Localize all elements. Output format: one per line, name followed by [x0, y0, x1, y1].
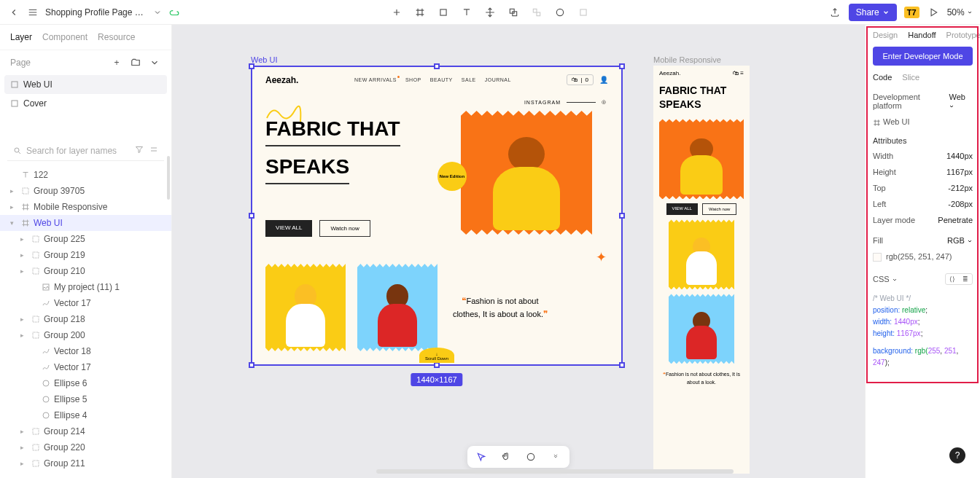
settings-icon[interactable] [149, 145, 158, 156]
page-web-ui[interactable]: Web UI [4, 75, 167, 94]
more-icon[interactable] [549, 450, 562, 463]
tab-prototype[interactable]: Prototype [946, 31, 980, 39]
svg-rect-13 [33, 268, 39, 274]
platform-label: Development platform [873, 93, 949, 110]
canvas-scrollbar[interactable] [376, 469, 734, 474]
frame-icon[interactable] [413, 6, 427, 19]
layer-search[interactable]: Search for layer names [7, 141, 164, 161]
code-token: 251 [944, 347, 957, 355]
artboard-web[interactable]: 1440×1167 Aeezah. NEW ARRIVALSSHOPBEAUTY… [251, 66, 623, 366]
add-page-icon[interactable]: + [110, 56, 123, 69]
layer-row[interactable]: ▸Group 210 [0, 263, 171, 279]
back-icon[interactable] [7, 6, 20, 19]
svg-point-17 [43, 380, 49, 386]
selection-handle[interactable] [434, 63, 440, 69]
comment-icon[interactable] [524, 450, 537, 463]
boolean-icon[interactable] [530, 6, 543, 19]
chevron-down-icon[interactable] [153, 6, 162, 19]
svg-rect-11 [33, 236, 39, 242]
layer-row[interactable]: ▸Group 220 [0, 439, 171, 455]
help-button[interactable]: ? [949, 447, 965, 463]
code-token: position: [873, 306, 900, 314]
platform-value: Web [949, 93, 965, 101]
scrollbar[interactable] [167, 156, 170, 200]
artboard-mobile[interactable]: Aeezah.🛍 ≡ FABRIC THAT SPEAKS VIEW ALLWa… [653, 66, 750, 474]
css-dropdown[interactable]: CSS [873, 275, 898, 283]
layer-row[interactable]: ▸Group 214 [0, 423, 171, 439]
layer-row[interactable]: ▾Web UI [0, 215, 171, 231]
selection-handle[interactable] [619, 213, 625, 219]
selection-handle[interactable] [249, 213, 254, 219]
folder-icon[interactable] [129, 56, 142, 69]
selection-handle[interactable] [619, 63, 625, 69]
logo: Aeezah. [265, 75, 298, 85]
collapse-icon[interactable] [148, 56, 161, 69]
layer-row[interactable]: Vector 17 [0, 359, 171, 375]
css-code[interactable]: /* Web UI */ position: relative; width: … [873, 293, 973, 369]
artboard-label-mobile[interactable]: Mobile Responsive [653, 55, 721, 64]
zoom-level[interactable]: 50% [947, 7, 973, 17]
code-token: ); [885, 358, 890, 367]
tab-handoff[interactable]: Handoff [908, 31, 936, 39]
cursor-icon[interactable] [475, 450, 488, 463]
nav-item: SHOP [405, 77, 421, 82]
layer-row[interactable]: My project (11) 1 [0, 279, 171, 295]
developer-mode-button[interactable]: Enter Developer Mode [873, 47, 973, 66]
view-all-button: VIEW ALL [265, 220, 312, 237]
subtab-code[interactable]: Code [873, 73, 892, 82]
selection-handle[interactable] [619, 362, 625, 368]
add-icon[interactable] [390, 6, 403, 19]
layer-row[interactable]: ▸Group 219 [0, 247, 171, 263]
layer-row[interactable]: ▸Group 225 [0, 231, 171, 247]
t7-badge[interactable]: T7 [904, 7, 919, 18]
svg-rect-8 [12, 101, 18, 106]
share-button[interactable]: Share [849, 4, 897, 21]
fill-mode-select[interactable]: RGB [947, 236, 973, 245]
move-icon[interactable] [483, 6, 497, 19]
svg-rect-6 [580, 9, 586, 15]
selection-handle[interactable] [249, 63, 254, 69]
subtab-slice[interactable]: Slice [902, 73, 919, 82]
hand-icon[interactable] [499, 450, 513, 463]
circle-icon[interactable] [553, 6, 567, 19]
layer-row[interactable]: 122 [0, 167, 171, 183]
layer-row[interactable]: ▸Group 200 [0, 327, 171, 343]
layer-row[interactable]: Ellipse 4 [0, 407, 171, 423]
attr-row: Width1440px [873, 148, 973, 164]
layer-row[interactable]: ▸Mobile Responsive [0, 199, 171, 215]
shape-icon[interactable] [437, 6, 450, 19]
code-view-toggle[interactable]: ⟨⟩≣ [945, 273, 973, 285]
page-cover[interactable]: Cover [0, 94, 171, 113]
tab-resource[interactable]: Resource [98, 32, 135, 42]
nav-item: BEAUTY [430, 77, 453, 82]
layer-row[interactable]: ▸Group 211 [0, 455, 171, 471]
export-icon[interactable] [828, 6, 841, 19]
fill-value[interactable]: rgb(255, 251, 247) [873, 252, 952, 262]
quote-text: Fashion is not about clothes, It is abou… [666, 372, 740, 385]
layer-row[interactable]: Ellipse 6 [0, 375, 171, 391]
filter-icon[interactable] [135, 145, 144, 156]
component-icon[interactable] [577, 6, 590, 19]
selection-handle[interactable] [434, 362, 440, 368]
menu-icon[interactable] [26, 6, 39, 19]
tab-component[interactable]: Component [42, 32, 88, 42]
cloud-sync-icon[interactable] [168, 6, 181, 19]
selection-handle[interactable] [249, 362, 254, 368]
layer-row[interactable]: Vector 18 [0, 343, 171, 359]
tab-design[interactable]: Design [873, 31, 898, 39]
text-icon[interactable] [460, 6, 473, 19]
cart-count: 0 [586, 77, 588, 83]
tab-layer[interactable]: Layer [10, 32, 32, 42]
layer-row[interactable]: Ellipse 5 [0, 391, 171, 407]
svg-rect-0 [440, 9, 446, 15]
artboard-label-web[interactable]: Web UI [251, 55, 277, 64]
layer-row[interactable]: Vector 17 [0, 295, 171, 311]
combine-icon[interactable] [507, 6, 520, 19]
play-icon[interactable] [927, 6, 940, 19]
layer-row[interactable]: ▸Group 39705 [0, 183, 171, 199]
logo: Aeezah. [659, 70, 680, 77]
platform-select[interactable]: Web [949, 93, 973, 110]
canvas[interactable]: Web UI Mobile Responsive 1440×1167 Aeeza… [172, 25, 865, 478]
layer-row[interactable]: ▸Group 218 [0, 311, 171, 327]
code-token: ; [921, 329, 923, 337]
